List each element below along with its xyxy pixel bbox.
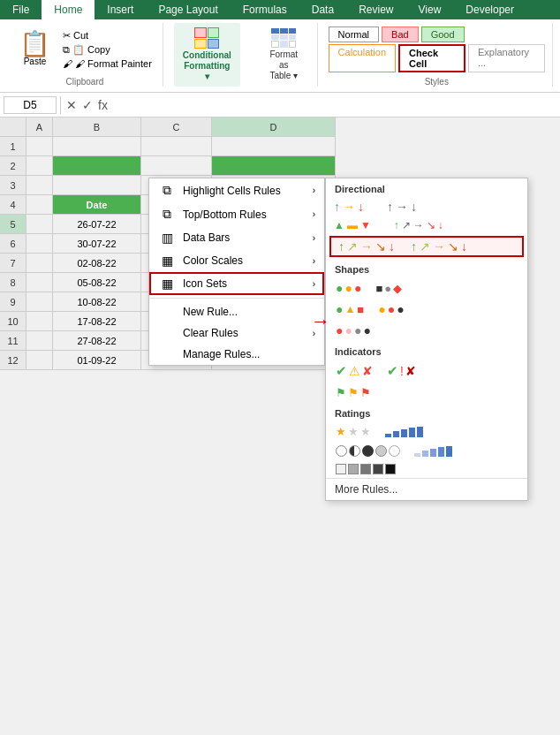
cf-dropdown-menu[interactable]: ⧉ Highlight Cells Rules › ⧉ Top/Bottom R… [148, 178, 325, 366]
icon-set-circles-bw[interactable] [333, 443, 403, 458]
insert-function-button[interactable]: fx [96, 98, 110, 112]
icon-set-stars[interactable]: ★ ★ ★ [333, 423, 374, 440]
row-header-1[interactable]: 1 [0, 137, 26, 156]
conditional-formatting-button[interactable]: ConditionalFormatting ▾ [174, 23, 240, 87]
tab-data[interactable]: Data [299, 0, 346, 19]
cell-b3[interactable] [53, 176, 141, 195]
icon-set-squares-colored[interactable]: ■ ● ◆ [373, 279, 405, 297]
cell-b7[interactable]: 02-08-22 [53, 254, 141, 273]
icon-set-shapes-4[interactable]: ● ● ● ● [333, 322, 520, 339]
style-check-cell-badge[interactable]: Check Cell [398, 44, 465, 72]
confirm-formula-button[interactable]: ✓ [80, 98, 95, 112]
icon-set-shapes-3[interactable]: ● ● ● [375, 300, 406, 318]
more-rules-button[interactable]: More Rules... [326, 478, 527, 500]
copy-button[interactable]: ⧉ 📋 Copy [59, 43, 155, 57]
icon-sets-submenu[interactable]: Directional ↑ → ↓ ↑ → ↓ ▲ ▬ ▼ ↑ ↗ → ↘ [325, 178, 528, 501]
icon-set-check-black[interactable]: ✔ ! ✘ [384, 361, 419, 381]
tab-formulas[interactable]: Formulas [231, 0, 299, 19]
tab-view[interactable]: View [406, 0, 454, 19]
col-header-c[interactable]: C [141, 117, 212, 137]
style-good-badge[interactable]: Good [421, 27, 465, 42]
cell-a8[interactable] [26, 273, 53, 292]
cf-menu-data-bars[interactable]: ▥ Data Bars › [149, 226, 324, 249]
row-header-5[interactable]: 5 [0, 215, 26, 234]
row-header-2[interactable]: 2 [0, 156, 26, 176]
col-header-d[interactable]: D [212, 117, 336, 137]
icon-set-shapes-2[interactable]: ● ▲ ■ [333, 300, 367, 318]
cf-menu-color-scales[interactable]: ▦ Color Scales › [149, 249, 324, 272]
row-header-4[interactable]: 4 [0, 195, 26, 215]
row-header-11[interactable]: 11 [0, 331, 26, 351]
circle-empty-bw [336, 445, 347, 457]
cell-d2[interactable] [212, 156, 336, 176]
icon-set-check-colored[interactable]: ✔ ⚠ ✘ [333, 361, 375, 381]
tab-file[interactable]: File [0, 0, 42, 19]
cf-menu-manage-rules[interactable]: Manage Rules... [149, 344, 324, 365]
cf-menu-icon-sets[interactable]: ▦ Icon Sets › [149, 272, 324, 295]
icon-set-4arrows[interactable]: ↑ ↗ → ↘ ↓ ↑ ↗ → ↘ ↓ [329, 236, 524, 257]
cell-a4[interactable] [26, 195, 53, 215]
cell-b6[interactable]: 30-07-22 [53, 234, 141, 254]
cut-button[interactable]: ✂ Cut [59, 29, 155, 42]
cell-a1[interactable] [26, 137, 53, 156]
clipboard-group-label: Clipboard [66, 75, 104, 87]
style-normal-badge[interactable]: Normal [329, 27, 379, 42]
row-header-9[interactable]: 9 [0, 292, 26, 312]
cell-b1[interactable] [53, 137, 141, 156]
icon-set-circles-colored[interactable]: ● ● ● [333, 279, 364, 297]
tab-review[interactable]: Review [346, 0, 405, 19]
row-header-6[interactable]: 6 [0, 234, 26, 254]
formula-input[interactable] [113, 97, 556, 113]
row-header-10[interactable]: 10 [0, 312, 26, 331]
cell-a10[interactable] [26, 312, 53, 331]
row-header-12[interactable]: 12 [0, 351, 26, 370]
cf-menu-clear-rules[interactable]: Clear Rules › [149, 322, 324, 344]
cancel-formula-button[interactable]: ✕ [64, 98, 79, 112]
cell-b12[interactable]: 01-09-22 [53, 351, 141, 370]
paste-button[interactable]: 📋 Paste [14, 28, 56, 70]
style-explanatory-badge[interactable]: Explanatory ... [468, 44, 545, 72]
cell-b11[interactable]: 27-08-22 [53, 331, 141, 351]
format-as-table-button[interactable]: Format asTable ▾ [258, 25, 310, 85]
cell-b8[interactable]: 05-08-22 [53, 273, 141, 292]
style-calculation-badge[interactable]: Calculation [329, 44, 396, 72]
cell-a12[interactable] [26, 351, 53, 370]
row-header-8[interactable]: 8 [0, 273, 26, 292]
cell-b9[interactable]: 10-08-22 [53, 292, 141, 312]
cell-a5[interactable] [26, 215, 53, 234]
tab-home[interactable]: Home [42, 0, 95, 19]
cell-c2[interactable] [141, 156, 212, 176]
cell-c1[interactable] [141, 137, 212, 156]
icon-set-3triangles[interactable]: ▲ ▬ ▼ ↑ ↗ → ↘ ↓ [326, 216, 527, 234]
icon-set-bars-5[interactable] [382, 423, 432, 440]
cell-b5[interactable]: 26-07-22 [53, 215, 141, 234]
cell-d1[interactable] [212, 137, 336, 156]
row-header-3[interactable]: 3 [0, 176, 26, 195]
cf-menu-new-rule[interactable]: New Rule... [149, 301, 324, 322]
cell-b10[interactable]: 17-08-22 [53, 312, 141, 331]
tab-insert[interactable]: Insert [95, 0, 146, 19]
cell-a2[interactable] [26, 156, 53, 176]
tab-developer[interactable]: Developer [453, 0, 526, 19]
icon-set-squares-bw[interactable] [333, 462, 520, 476]
style-bad-badge[interactable]: Bad [382, 27, 419, 42]
cf-menu-highlight-cells[interactable]: ⧉ Highlight Cells Rules › [149, 178, 324, 202]
format-painter-button[interactable]: 🖌 🖌 Format Painter [59, 57, 155, 70]
icon-set-3arrows-colored[interactable]: ↑ → ↓ ↑ → ↓ [326, 197, 527, 216]
cell-b2[interactable] [53, 156, 141, 176]
cell-a11[interactable] [26, 331, 53, 351]
icon-set-bars-5-gray[interactable] [412, 443, 461, 458]
cell-a3[interactable] [26, 176, 53, 195]
cell-a9[interactable] [26, 292, 53, 312]
icon-set-flags[interactable]: ⚑ ⚑ ⚑ [333, 384, 520, 401]
cell-a7[interactable] [26, 254, 53, 273]
check-black: ✔ [387, 363, 398, 379]
cell-a6[interactable] [26, 234, 53, 254]
row-header-7[interactable]: 7 [0, 254, 26, 273]
cell-b4[interactable]: Date [53, 195, 141, 215]
cf-menu-top-bottom[interactable]: ⧉ Top/Bottom Rules › [149, 202, 324, 226]
col-header-a[interactable]: A [26, 117, 53, 137]
col-header-b[interactable]: B [53, 117, 141, 137]
cell-reference-input[interactable]: D5 [4, 96, 57, 114]
tab-page-layout[interactable]: Page Layout [146, 0, 230, 19]
